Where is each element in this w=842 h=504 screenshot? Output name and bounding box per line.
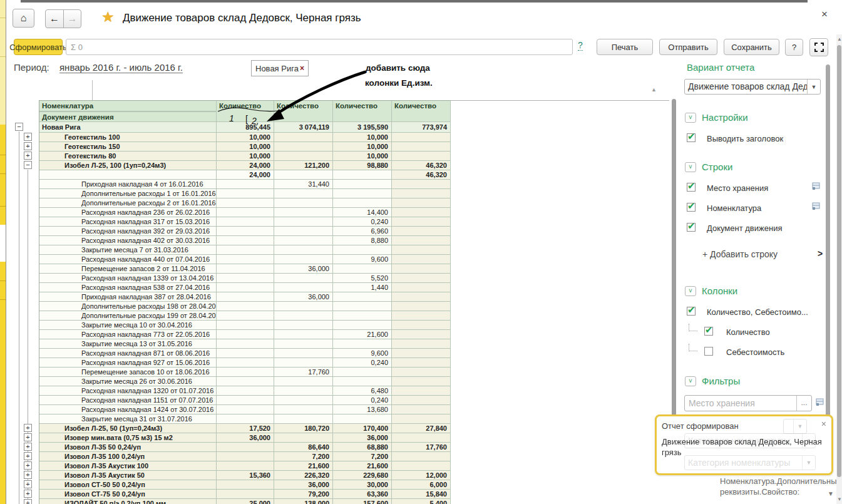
- report-row[interactable]: Приходная накладная 4 от 16.01.201631,44…: [39, 180, 451, 189]
- report-row[interactable]: Изовол Л-35 50 0,24/уп86,64068,88017,760: [39, 443, 451, 452]
- report-row[interactable]: Закрытие месяца 31 от 31.07.2016: [39, 414, 451, 424]
- checkbox-show-header[interactable]: [687, 133, 696, 142]
- chevron-down-icon[interactable]: ▼: [828, 490, 834, 497]
- report-row[interactable]: Дополнительные расходы 2 от 16.01.2016: [39, 198, 451, 208]
- expand-icon[interactable]: +: [24, 461, 32, 470]
- expand-icon[interactable]: +: [24, 133, 32, 141]
- home-button[interactable]: ⌂: [13, 9, 34, 28]
- expand-icon[interactable]: +: [24, 490, 32, 498]
- report-row[interactable]: Перемещение запасов 2 от 11.04.201636,00…: [39, 264, 451, 274]
- expand-icon[interactable]: +: [24, 424, 32, 432]
- report-row[interactable]: Изовол Л-35 Акустик 10021,60021,600: [39, 461, 451, 471]
- section-collapse-rows[interactable]: ˅: [685, 162, 696, 172]
- structure-icon[interactable]: [816, 398, 824, 406]
- report-row[interactable]: ИЗОЛАЙТ 50 п/э 0,2/уп 100 мм25,000138,00…: [39, 499, 451, 504]
- report-row[interactable]: Закрытие месяца 13 от 31.05.2016: [39, 339, 451, 349]
- period-value-link[interactable]: январь 2016 г. - июль 2016 г.: [59, 62, 183, 73]
- report-row[interactable]: Новая Рига895,4453 074,1193 195,590773,9…: [39, 122, 451, 133]
- report-row[interactable]: Изобел Л-25, 100 (1уп=0,24м3)24,000121,2…: [39, 161, 451, 170]
- header-quantity-4[interactable]: Количество: [392, 101, 451, 122]
- expand-icon[interactable]: +: [24, 152, 32, 160]
- report-row[interactable]: Расходная накладная 440 от 07.04.20169,6…: [39, 255, 451, 264]
- expand-icon[interactable]: +: [24, 471, 32, 479]
- close-icon[interactable]: ×: [821, 8, 828, 21]
- fullscreen-button[interactable]: [809, 38, 828, 56]
- section-collapse-settings[interactable]: ˅: [685, 113, 696, 123]
- add-row-link[interactable]: + Добавить строку: [702, 249, 778, 259]
- report-row[interactable]: Приходная накладная 387 от 28.04.201636,…: [39, 292, 451, 302]
- scroll-more-icon[interactable]: >: [818, 249, 823, 259]
- help-link[interactable]: ?: [578, 40, 583, 51]
- report-row[interactable]: Геотекстиль 15010,00010,000: [39, 142, 451, 152]
- checkbox-cost[interactable]: [704, 347, 713, 356]
- back-button[interactable]: ←: [45, 9, 64, 28]
- scroll-down-icon[interactable]: ▼: [837, 496, 842, 502]
- header-quantity-1[interactable]: Количество: [217, 101, 274, 122]
- report-row[interactable]: Дополнительные расходы 198 от 28.04.2016: [39, 302, 451, 311]
- expand-icon[interactable]: +: [24, 142, 32, 150]
- help-button[interactable]: ?: [785, 39, 803, 56]
- report-row[interactable]: 24,00046,320: [39, 170, 451, 180]
- header-movement-document[interactable]: Документ движения: [39, 111, 217, 122]
- popup-close-icon[interactable]: ×: [821, 419, 826, 429]
- structure-icon[interactable]: [812, 182, 820, 190]
- checkbox-movement-document[interactable]: [687, 223, 696, 232]
- report-row[interactable]: Дополнительные расходы 199 от 28.04.2016: [39, 311, 451, 321]
- structure-icon[interactable]: [812, 202, 820, 210]
- report-row[interactable]: Закрытие месяца 26 от 30.06.2016: [39, 377, 451, 386]
- header-nomenclature[interactable]: Номенклатура: [39, 101, 217, 111]
- filter-chip-novaya-riga[interactable]: Новая Рига ×: [251, 60, 309, 76]
- collapse-icon[interactable]: −: [24, 161, 32, 169]
- report-row[interactable]: Геотекстиль 10010,00010,000: [39, 133, 451, 142]
- report-row[interactable]: Расходная накладная 392 от 29.03.20166,9…: [39, 227, 451, 236]
- report-row[interactable]: Расходная накладная 927 от 15.06.20160,2…: [39, 358, 451, 368]
- report-row[interactable]: Расходная накладная 1339 от 13.04.20165,…: [39, 274, 451, 283]
- report-row[interactable]: Расходная накладная 1320 от 01.07.20166,…: [39, 386, 451, 396]
- report-row[interactable]: Расходная накладная 1424 от 30.07.201613…: [39, 405, 451, 414]
- expand-icon[interactable]: +: [24, 480, 32, 488]
- send-button[interactable]: Отправить: [659, 39, 717, 55]
- report-row[interactable]: Изовол СТ-50 50 0,24/уп36,00030,0006,000: [39, 480, 451, 490]
- report-row[interactable]: Расходная накладная 773 от 22.05.201621,…: [39, 330, 451, 339]
- report-row[interactable]: Изобел Л-25, 50 (1уп=0,24м3)17,520180,72…: [39, 424, 451, 433]
- report-row[interactable]: Закрытие месяца 10 от 30.04.2016: [39, 321, 451, 330]
- checkbox-qty-cost-group[interactable]: [687, 307, 696, 316]
- favorite-star-icon[interactable]: ★: [101, 9, 115, 26]
- header-quantity-3[interactable]: Количество: [333, 101, 392, 122]
- report-row[interactable]: Расходная накладная 1151 от 07.07.20160,…: [39, 396, 451, 405]
- report-row[interactable]: Расходная накладная 871 от 08.06.20169,6…: [39, 349, 451, 358]
- collapse-icon[interactable]: −: [15, 123, 23, 131]
- save-button[interactable]: Сохранить: [724, 39, 779, 55]
- panel-collapse-icon[interactable]: ▲: [651, 86, 657, 93]
- header-quantity-2[interactable]: Количество: [274, 101, 333, 122]
- ellipsis-button[interactable]: ...: [796, 396, 811, 411]
- report-row[interactable]: Перемещение запасов 10 от 18.06.201617,7…: [39, 368, 451, 377]
- expand-icon[interactable]: +: [24, 452, 32, 460]
- variant-select[interactable]: Движение товаров склад Дедовск ▼: [684, 79, 821, 95]
- forward-button[interactable]: →: [63, 9, 81, 28]
- report-row[interactable]: Расходная накладная 236 от 26.02.201614,…: [39, 208, 451, 217]
- checkbox-quantity[interactable]: [704, 327, 713, 336]
- report-row[interactable]: Геотекстиль 8010,00010,000: [39, 152, 451, 161]
- sum-field[interactable]: Σ 0: [66, 39, 573, 55]
- expand-icon[interactable]: +: [24, 499, 32, 504]
- window-scrollbar-thumb[interactable]: [837, 45, 841, 477]
- settings-scrollbar[interactable]: [826, 64, 830, 475]
- report-row[interactable]: Закрытие месяца 7 от 31.03.2016: [39, 245, 451, 255]
- report-row[interactable]: Расходная накладная 538 от 27.04.20161,4…: [39, 283, 451, 292]
- chevron-down-icon[interactable]: ▼: [807, 80, 820, 94]
- checkbox-storage-place[interactable]: [687, 183, 696, 192]
- report-row[interactable]: Дополнительные расходы 1 от 16.01.2016: [39, 189, 451, 198]
- table-header[interactable]: НоменклатураДокумент движенияКоличествоК…: [39, 101, 451, 122]
- expand-icon[interactable]: +: [24, 443, 32, 451]
- report-row[interactable]: Расходная накладная 402 от 30.03.20168,8…: [39, 236, 451, 245]
- filter-storage-place-input[interactable]: Место хранения ...: [684, 395, 812, 411]
- section-collapse-columns[interactable]: ˅: [685, 286, 696, 296]
- chip-close-icon[interactable]: ×: [300, 64, 304, 73]
- generate-button[interactable]: Сформировать: [14, 39, 63, 55]
- section-collapse-filters[interactable]: ˅: [685, 376, 696, 386]
- scroll-up-icon[interactable]: ▲: [837, 36, 842, 42]
- checkbox-nomenclature[interactable]: [687, 203, 696, 212]
- report-row[interactable]: Изовол Л-35 100 0,24/уп7,2007,200: [39, 452, 451, 461]
- expand-icon[interactable]: +: [24, 433, 32, 441]
